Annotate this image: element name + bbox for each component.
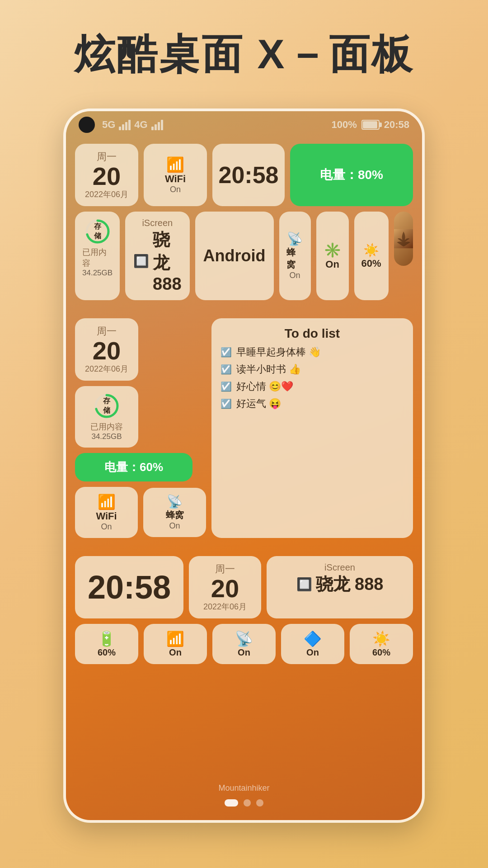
storage-value-1: 34.25GB <box>82 269 113 278</box>
todo-text-2: 读半小时书 👍 <box>236 363 301 376</box>
bottom-cellular-widget[interactable]: 📡 On <box>212 624 276 664</box>
wifi-widget-2[interactable]: 📶 WiFi On <box>75 487 138 538</box>
bottom-bluetooth-widget[interactable]: 🔷 On <box>281 624 344 664</box>
storage-value-2: 34.25GB <box>91 432 122 441</box>
iscreen-label-1: iScreen <box>133 218 181 228</box>
widgets-area: 周一 20 2022年06月 📶 WiFi On 20:58 电量：80% <box>66 137 422 677</box>
todo-text-3: 好心情 😊❤️ <box>236 380 293 393</box>
cellular-icon-2: 📡 <box>167 494 183 509</box>
android-text: Android <box>203 246 266 265</box>
camera-hole <box>79 117 95 133</box>
bottom-battery-widget[interactable]: 🔋 60% <box>75 624 138 664</box>
wifi-icon-2: 📶 <box>98 493 116 510</box>
todo-item-4: ☑️ 好运气 😝 <box>221 397 404 410</box>
wifi-status-1: On <box>170 185 181 194</box>
bottom-wifi-label: On <box>169 647 182 658</box>
wifi-label-2: WiFi <box>96 510 117 522</box>
photo-widget-1[interactable] <box>394 212 413 266</box>
bottom-wifi-icon: 📶 <box>166 630 184 647</box>
status-right: 100% 20:58 <box>331 119 409 131</box>
snapdragon-row-1: 🔲 骁龙 888 <box>133 228 181 294</box>
todo-item-2: ☑️ 读半小时书 👍 <box>221 363 404 376</box>
todo-title: To do list <box>221 326 404 341</box>
storage-circle-1: 存储 <box>84 218 111 245</box>
iscreen-widget-1[interactable]: iScreen 🔲 骁龙 888 <box>125 212 189 300</box>
todo-check-4: ☑️ <box>221 398 232 409</box>
day-1: 20 <box>93 164 121 189</box>
signal-4g: 4G <box>134 119 147 131</box>
android-widget[interactable]: Android <box>195 212 274 300</box>
brightness-icon-1: ☀️ <box>363 243 379 258</box>
day-2: 20 <box>93 338 121 363</box>
storage-label-1: 已用内容 <box>82 247 113 269</box>
widget-row-4: 20:58 周一 20 2022年06月 iScreen 🔲 骁龙 888 <box>75 556 413 618</box>
bottom-wifi-widget[interactable]: 📶 On <box>144 624 207 664</box>
watermark: Mountainhiker <box>218 783 269 793</box>
dot-1[interactable] <box>225 799 238 807</box>
bottom-brightness-label: 60% <box>372 647 390 658</box>
phone-frame: 5G 4G 100% 20:58 <box>63 108 425 823</box>
wifi-status-2: On <box>101 522 112 532</box>
chip-icon-1: 🔲 <box>133 254 149 269</box>
bottom-cellular-label: On <box>238 647 250 658</box>
month-2: 2022年06月 <box>85 363 128 374</box>
battery-green-widget[interactable]: 电量：80% <box>290 144 413 206</box>
signal-5g: 5G <box>102 119 115 131</box>
cellular-widget-1[interactable]: 📡 蜂窝 On <box>279 212 311 300</box>
big-clock-widget[interactable]: 20:58 <box>75 556 183 618</box>
wifi-icon-1: 📶 <box>166 156 184 173</box>
bluetooth-status-1: On <box>325 259 339 270</box>
dot-3[interactable] <box>256 799 263 807</box>
storage-label-2: 已用内容 <box>90 421 123 432</box>
todo-widget[interactable]: To do list ☑️ 早睡早起身体棒 👋 ☑️ 读半小时书 👍 ☑️ 好心… <box>211 318 413 538</box>
signal-bars-1 <box>119 120 131 130</box>
storage-widget-2[interactable]: 存储 已用内容 34.25GB <box>75 386 138 448</box>
bottom-brightness-widget[interactable]: ☀️ 60% <box>350 624 413 664</box>
brightness-value-1: 60% <box>361 258 381 269</box>
todo-check-3: ☑️ <box>221 381 232 392</box>
todo-check-1: ☑️ <box>221 347 232 358</box>
month-3: 2022年06月 <box>203 601 247 612</box>
wifi-widget-1[interactable]: 📶 WiFi On <box>144 144 207 206</box>
cellular-icon-1: 📡 <box>287 231 303 246</box>
page-dots <box>225 799 263 807</box>
snapdragon-row-2: 🔲 骁龙 888 <box>275 573 405 596</box>
chip-icon-2: 🔲 <box>296 577 312 592</box>
date-widget-2[interactable]: 周一 20 2022年06月 <box>75 318 138 381</box>
status-left: 5G 4G <box>79 117 163 133</box>
big-clock-time: 20:58 <box>88 569 171 606</box>
dot-2[interactable] <box>244 799 251 807</box>
cellular-widget-2[interactable]: 📡 蜂窝 On <box>143 488 206 537</box>
bluetooth-widget-1[interactable]: ✳️ On <box>316 212 349 300</box>
widget-row-1: 周一 20 2022年06月 📶 WiFi On 20:58 电量：80% <box>75 144 413 206</box>
snapdragon-text-1: 骁龙 888 <box>153 228 181 294</box>
signal-bars-2 <box>151 120 163 130</box>
battery-60-label: 电量：60% <box>104 459 163 475</box>
widget-row-2: 存储 已用内容 34.25GB iScreen 🔲 骁龙 888 Android… <box>75 212 413 300</box>
date-widget-3[interactable]: 周一 20 2022年06月 <box>189 556 261 618</box>
cellular-label-2: 蜂窝 <box>166 509 184 521</box>
wifi-cellular-row: 📶 WiFi On 📡 蜂窝 On <box>75 487 206 538</box>
brightness-widget-1[interactable]: ☀️ 60% <box>354 212 389 300</box>
battery-60-widget[interactable]: 电量：60% <box>75 453 192 481</box>
storage-inner-2: 存储 <box>100 396 113 415</box>
photo-placeholder-1 <box>394 212 413 266</box>
storage-widget-1[interactable]: 存储 已用内容 34.25GB <box>75 212 120 300</box>
time-display-1: 20:58 <box>219 161 279 189</box>
bottom-cellular-icon: 📡 <box>235 630 253 647</box>
date-widget-1[interactable]: 周一 20 2022年06月 <box>75 144 138 206</box>
iscreen-label-2: iScreen <box>275 562 405 573</box>
left-col: 周一 20 2022年06月 存储 已用内容 34.25GB <box>75 318 206 538</box>
day-3: 20 <box>211 576 239 601</box>
cellular-status-2: On <box>169 521 180 531</box>
wifi-label-1: WiFi <box>165 173 186 185</box>
snapdragon-text-2: 骁龙 888 <box>316 573 384 596</box>
time-widget-1[interactable]: 20:58 <box>212 144 285 206</box>
iscreen-widget-2[interactable]: iScreen 🔲 骁龙 888 <box>267 556 413 618</box>
cellular-status-1: On <box>290 271 300 280</box>
status-time: 20:58 <box>384 119 409 131</box>
bottom-bluetooth-label: On <box>306 647 319 658</box>
section-gap-2 <box>75 543 413 556</box>
todo-text-1: 早睡早起身体棒 👋 <box>236 345 321 359</box>
bottom-battery-icon: 🔋 <box>98 630 116 647</box>
